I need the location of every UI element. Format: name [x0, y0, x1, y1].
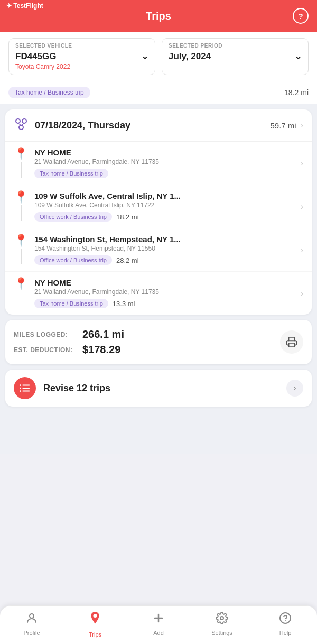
vehicle-filter-label: SELECTED VEHICLE [15, 43, 148, 49]
revise-chevron-icon: › [286, 380, 303, 397]
summary-info: MILES LOGGED: 266.1 mi EST. DEDUCTION: $… [14, 328, 280, 356]
trip-item-1[interactable]: 📍 109 W Suffolk Ave, Central Islip, NY 1… [5, 185, 312, 228]
day-section: 07/18/2024, Thursday 59.7 mi › 📍 NY HOME… [5, 109, 312, 315]
trip-item-0[interactable]: 📍 NY HOME 21 Walland Avenue, Farmingdale… [5, 142, 312, 185]
miles-label: MILES LOGGED: [14, 331, 82, 338]
help-nav-icon [279, 612, 292, 628]
print-button[interactable] [280, 330, 303, 354]
profile-icon [25, 612, 38, 628]
nav-label-add: Add [153, 630, 164, 636]
nav-item-add[interactable]: Add [143, 612, 174, 636]
trips-icon [87, 610, 103, 629]
miles-row: MILES LOGGED: 266.1 mi [14, 328, 280, 341]
trip-chevron-1: › [301, 202, 303, 211]
trip-badge-1: Office work / Business trip [34, 212, 112, 222]
trip-item-2[interactable]: 📍 154 Washington St, Hempstead, NY 1... … [5, 228, 312, 272]
trip-miles-2: 28.2 mi [116, 256, 139, 264]
vehicle-filter-value: FD445GG [15, 51, 56, 62]
svg-point-2 [19, 125, 23, 130]
trip-address-0: 21 Walland Avenue, Farmingdale, NY 11735 [34, 158, 296, 165]
day-header[interactable]: 07/18/2024, Thursday 59.7 mi › [5, 109, 312, 142]
deduction-value: $178.29 [82, 344, 120, 356]
period-filter[interactable]: SELECTED PERIOD July, 2024 ⌄ [162, 38, 309, 75]
trip-address-1: 109 W Suffolk Ave, Central Islip, NY 117… [34, 201, 296, 209]
help-button[interactable]: ? [293, 8, 309, 24]
nav-item-trips[interactable]: Trips [79, 610, 111, 638]
period-filter-label: SELECTED PERIOD [169, 43, 302, 49]
svg-point-13 [94, 614, 97, 618]
main-content: Tax home / Business trip 18.2 mi 07/18/2… [0, 81, 317, 454]
trip-tags-2: Office work / Business trip 28.2 mi [34, 255, 296, 265]
trip-tags-0: Tax home / Business trip [34, 169, 296, 178]
page-title: Trips [146, 10, 171, 22]
pin-icon-2: 📍 [14, 235, 28, 246]
deduction-row: EST. DEDUCTION: $178.29 [14, 344, 280, 356]
trip-chevron-0: › [301, 159, 303, 168]
testflight-badge: ✈ TestFlight [6, 2, 43, 10]
day-total-miles: 59.7 mi [270, 121, 296, 130]
nav-label-settings: Settings [211, 630, 232, 636]
app-header: ✈ TestFlight Trips ? [0, 0, 317, 32]
svg-point-11 [20, 390, 21, 392]
route-icon [14, 117, 29, 134]
trip-line [21, 162, 22, 178]
pin-icon-1: 📍 [14, 191, 28, 203]
svg-line-3 [18, 123, 21, 125]
partial-trip-row: Tax home / Business trip 18.2 mi [0, 81, 317, 104]
settings-icon [216, 612, 228, 628]
bottom-navigation: Profile Trips Add Settings [0, 605, 317, 644]
trip-badge-0: Tax home / Business trip [34, 169, 108, 178]
miles-value: 266.1 mi [82, 328, 124, 341]
revise-icon [14, 377, 36, 399]
pin-icon-3: 📍 [14, 278, 28, 290]
vehicle-filter[interactable]: SELECTED VEHICLE FD445GG ⌄ Toyota Camry … [8, 38, 155, 75]
svg-point-9 [20, 384, 21, 386]
revise-label: Revise 12 trips [43, 383, 286, 394]
trip-left-indicator-3: 📍 [14, 278, 28, 290]
trip-address-2: 154 Washington St, Hempstead, NY 11550 [34, 245, 296, 252]
nav-label-profile: Profile [23, 630, 40, 636]
trip-tags-1: Office work / Business trip 18.2 mi [34, 212, 296, 222]
partial-trip-badge: Tax home / Business trip [8, 87, 90, 98]
trip-content-0: NY HOME 21 Walland Avenue, Farmingdale, … [34, 148, 296, 178]
deduction-label: EST. DEDUCTION: [14, 346, 82, 354]
svg-point-0 [16, 119, 20, 123]
svg-point-16 [220, 617, 223, 620]
trip-name-0: NY HOME [34, 148, 296, 157]
trip-chevron-3: › [301, 289, 303, 298]
add-icon [152, 612, 165, 628]
svg-rect-5 [289, 343, 295, 347]
trip-content-1: 109 W Suffolk Ave, Central Islip, NY 1..… [34, 191, 296, 222]
trip-left-indicator-1: 📍 [14, 191, 28, 221]
partial-trip-miles: 18.2 mi [284, 88, 309, 97]
trip-name-3: NY HOME [34, 278, 296, 287]
summary-section: MILES LOGGED: 266.1 mi EST. DEDUCTION: $… [5, 320, 312, 364]
trip-name-2: 154 Washington St, Hempstead, NY 1... [34, 235, 296, 244]
trip-chevron-2: › [301, 245, 303, 255]
trip-miles-3: 13.3 mi [113, 300, 135, 308]
nav-item-profile[interactable]: Profile [16, 612, 48, 636]
trip-tags-3: Tax home / Business trip 13.3 mi [34, 299, 296, 308]
svg-point-10 [20, 388, 21, 389]
nav-label-trips: Trips [89, 631, 101, 638]
trip-content-2: 154 Washington St, Hempstead, NY 1... 15… [34, 235, 296, 265]
nav-item-help[interactable]: Help [269, 612, 301, 636]
trip-item-3[interactable]: 📍 NY HOME 21 Walland Avenue, Farmingdale… [5, 272, 312, 315]
nav-item-settings[interactable]: Settings [206, 612, 238, 636]
trip-badge-2: Office work / Business trip [34, 255, 112, 265]
trip-left-indicator: 📍 [14, 148, 28, 178]
day-chevron-icon: › [301, 121, 303, 130]
day-date: 07/18/2024, Thursday [35, 120, 270, 131]
pin-icon: 📍 [14, 148, 28, 160]
vehicle-filter-sub: Toyota Camry 2022 [15, 63, 148, 70]
trip-content-3: NY HOME 21 Walland Avenue, Farmingdale, … [34, 278, 296, 308]
trip-left-indicator-2: 📍 [14, 235, 28, 264]
svg-point-1 [22, 119, 26, 123]
trip-name-1: 109 W Suffolk Ave, Central Islip, NY 1..… [34, 191, 296, 200]
svg-line-4 [21, 123, 24, 125]
filters-bar: SELECTED VEHICLE FD445GG ⌄ Toyota Camry … [0, 32, 317, 81]
trip-miles-1: 18.2 mi [116, 213, 139, 221]
revise-section[interactable]: Revise 12 trips › [5, 370, 312, 407]
svg-point-12 [30, 614, 34, 618]
period-filter-value: July, 2024 [169, 51, 211, 62]
